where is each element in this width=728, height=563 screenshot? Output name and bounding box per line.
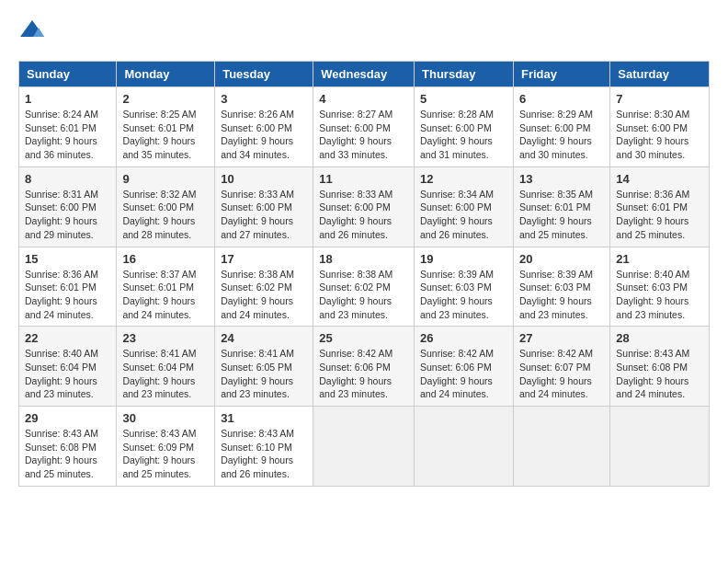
calendar-cell: 7Sunrise: 8:30 AMSunset: 6:00 PMDaylight…	[610, 87, 710, 167]
day-info: Sunrise: 8:31 AMSunset: 6:00 PMDaylight:…	[25, 188, 110, 242]
day-number: 5	[420, 92, 507, 106]
calendar-cell: 10Sunrise: 8:33 AMSunset: 6:00 PMDayligh…	[215, 167, 313, 247]
day-info: Sunrise: 8:43 AMSunset: 6:09 PMDaylight:…	[122, 427, 209, 481]
day-number: 4	[319, 92, 408, 106]
day-number: 3	[221, 92, 307, 106]
day-info: Sunrise: 8:40 AMSunset: 6:03 PMDaylight:…	[616, 268, 703, 322]
day-number: 19	[420, 252, 507, 266]
calendar-header-thursday: Thursday	[415, 62, 514, 87]
day-number: 21	[616, 252, 703, 266]
day-number: 27	[519, 331, 604, 345]
calendar-cell: 9Sunrise: 8:32 AMSunset: 6:00 PMDaylight…	[117, 167, 215, 247]
calendar-cell: 17Sunrise: 8:38 AMSunset: 6:02 PMDayligh…	[215, 247, 313, 327]
day-number: 1	[25, 92, 110, 106]
day-info: Sunrise: 8:33 AMSunset: 6:00 PMDaylight:…	[221, 188, 307, 242]
calendar-header-wednesday: Wednesday	[313, 62, 415, 87]
calendar-cell: 8Sunrise: 8:31 AMSunset: 6:00 PMDaylight…	[19, 167, 117, 247]
calendar-cell: 12Sunrise: 8:34 AMSunset: 6:00 PMDayligh…	[415, 167, 514, 247]
day-info: Sunrise: 8:32 AMSunset: 6:00 PMDaylight:…	[122, 188, 209, 242]
day-number: 10	[221, 172, 307, 186]
day-info: Sunrise: 8:34 AMSunset: 6:00 PMDaylight:…	[420, 188, 507, 242]
day-info: Sunrise: 8:42 AMSunset: 6:06 PMDaylight:…	[319, 347, 408, 401]
day-info: Sunrise: 8:39 AMSunset: 6:03 PMDaylight:…	[519, 268, 604, 322]
day-number: 25	[319, 331, 408, 345]
day-info: Sunrise: 8:28 AMSunset: 6:00 PMDaylight:…	[420, 108, 507, 162]
day-info: Sunrise: 8:29 AMSunset: 6:00 PMDaylight:…	[519, 108, 604, 162]
day-info: Sunrise: 8:35 AMSunset: 6:01 PMDaylight:…	[519, 188, 604, 242]
day-number: 30	[122, 411, 209, 425]
calendar-week-3: 15Sunrise: 8:36 AMSunset: 6:01 PMDayligh…	[19, 247, 710, 327]
day-number: 8	[25, 172, 110, 186]
calendar-cell: 18Sunrise: 8:38 AMSunset: 6:02 PMDayligh…	[313, 247, 415, 327]
day-info: Sunrise: 8:39 AMSunset: 6:03 PMDaylight:…	[420, 268, 507, 322]
calendar-cell: 25Sunrise: 8:42 AMSunset: 6:06 PMDayligh…	[313, 327, 415, 407]
day-info: Sunrise: 8:24 AMSunset: 6:01 PMDaylight:…	[25, 108, 110, 162]
day-number: 14	[616, 172, 703, 186]
day-info: Sunrise: 8:37 AMSunset: 6:01 PMDaylight:…	[122, 268, 209, 322]
calendar-cell: 20Sunrise: 8:39 AMSunset: 6:03 PMDayligh…	[513, 247, 609, 327]
calendar-cell: 6Sunrise: 8:29 AMSunset: 6:00 PMDaylight…	[513, 87, 609, 167]
day-info: Sunrise: 8:41 AMSunset: 6:04 PMDaylight:…	[122, 347, 209, 401]
calendar-header-tuesday: Tuesday	[215, 62, 313, 87]
day-number: 15	[25, 252, 110, 266]
day-number: 12	[420, 172, 507, 186]
page-header	[18, 18, 710, 46]
calendar-cell	[610, 407, 710, 487]
calendar-cell: 28Sunrise: 8:43 AMSunset: 6:08 PMDayligh…	[610, 327, 710, 407]
day-number: 11	[319, 172, 408, 186]
calendar-cell	[415, 407, 514, 487]
day-number: 16	[122, 252, 209, 266]
day-number: 17	[221, 252, 307, 266]
calendar-header-sunday: Sunday	[19, 62, 117, 87]
calendar-header-saturday: Saturday	[610, 62, 710, 87]
day-number: 20	[519, 252, 604, 266]
day-info: Sunrise: 8:43 AMSunset: 6:08 PMDaylight:…	[25, 427, 110, 481]
logo-icon	[18, 18, 46, 46]
day-info: Sunrise: 8:42 AMSunset: 6:07 PMDaylight:…	[519, 347, 604, 401]
calendar-cell: 2Sunrise: 8:25 AMSunset: 6:01 PMDaylight…	[117, 87, 215, 167]
calendar-cell: 27Sunrise: 8:42 AMSunset: 6:07 PMDayligh…	[513, 327, 609, 407]
calendar-cell: 11Sunrise: 8:33 AMSunset: 6:00 PMDayligh…	[313, 167, 415, 247]
day-info: Sunrise: 8:41 AMSunset: 6:05 PMDaylight:…	[221, 347, 307, 401]
day-number: 24	[221, 331, 307, 345]
day-number: 22	[25, 331, 110, 345]
day-number: 2	[122, 92, 209, 106]
calendar-cell: 24Sunrise: 8:41 AMSunset: 6:05 PMDayligh…	[215, 327, 313, 407]
calendar-cell: 1Sunrise: 8:24 AMSunset: 6:01 PMDaylight…	[19, 87, 117, 167]
day-info: Sunrise: 8:33 AMSunset: 6:00 PMDaylight:…	[319, 188, 408, 242]
day-info: Sunrise: 8:43 AMSunset: 6:08 PMDaylight:…	[616, 347, 703, 401]
calendar-cell: 30Sunrise: 8:43 AMSunset: 6:09 PMDayligh…	[117, 407, 215, 487]
calendar-cell: 14Sunrise: 8:36 AMSunset: 6:01 PMDayligh…	[610, 167, 710, 247]
calendar-cell: 4Sunrise: 8:27 AMSunset: 6:00 PMDaylight…	[313, 87, 415, 167]
day-number: 31	[221, 411, 307, 425]
day-info: Sunrise: 8:26 AMSunset: 6:00 PMDaylight:…	[221, 108, 307, 162]
day-number: 23	[122, 331, 209, 345]
calendar-cell: 22Sunrise: 8:40 AMSunset: 6:04 PMDayligh…	[19, 327, 117, 407]
day-info: Sunrise: 8:43 AMSunset: 6:10 PMDaylight:…	[221, 427, 307, 481]
calendar-week-5: 29Sunrise: 8:43 AMSunset: 6:08 PMDayligh…	[19, 407, 710, 487]
day-info: Sunrise: 8:36 AMSunset: 6:01 PMDaylight:…	[25, 268, 110, 322]
calendar-cell: 16Sunrise: 8:37 AMSunset: 6:01 PMDayligh…	[117, 247, 215, 327]
day-number: 29	[25, 411, 110, 425]
day-number: 9	[122, 172, 209, 186]
day-info: Sunrise: 8:38 AMSunset: 6:02 PMDaylight:…	[319, 268, 408, 322]
calendar-cell: 31Sunrise: 8:43 AMSunset: 6:10 PMDayligh…	[215, 407, 313, 487]
calendar-cell: 5Sunrise: 8:28 AMSunset: 6:00 PMDaylight…	[415, 87, 514, 167]
day-info: Sunrise: 8:40 AMSunset: 6:04 PMDaylight:…	[25, 347, 110, 401]
calendar-header-friday: Friday	[513, 62, 609, 87]
day-number: 18	[319, 252, 408, 266]
day-info: Sunrise: 8:42 AMSunset: 6:06 PMDaylight:…	[420, 347, 507, 401]
calendar-cell: 21Sunrise: 8:40 AMSunset: 6:03 PMDayligh…	[610, 247, 710, 327]
calendar-cell: 26Sunrise: 8:42 AMSunset: 6:06 PMDayligh…	[415, 327, 514, 407]
day-info: Sunrise: 8:27 AMSunset: 6:00 PMDaylight:…	[319, 108, 408, 162]
calendar-cell	[313, 407, 415, 487]
calendar-cell	[513, 407, 609, 487]
calendar-week-1: 1Sunrise: 8:24 AMSunset: 6:01 PMDaylight…	[19, 87, 710, 167]
calendar-week-4: 22Sunrise: 8:40 AMSunset: 6:04 PMDayligh…	[19, 327, 710, 407]
logo	[18, 18, 50, 46]
calendar-cell: 3Sunrise: 8:26 AMSunset: 6:00 PMDaylight…	[215, 87, 313, 167]
day-info: Sunrise: 8:30 AMSunset: 6:00 PMDaylight:…	[616, 108, 703, 162]
calendar-cell: 23Sunrise: 8:41 AMSunset: 6:04 PMDayligh…	[117, 327, 215, 407]
calendar-table: SundayMondayTuesdayWednesdayThursdayFrid…	[18, 61, 710, 487]
day-number: 7	[616, 92, 703, 106]
